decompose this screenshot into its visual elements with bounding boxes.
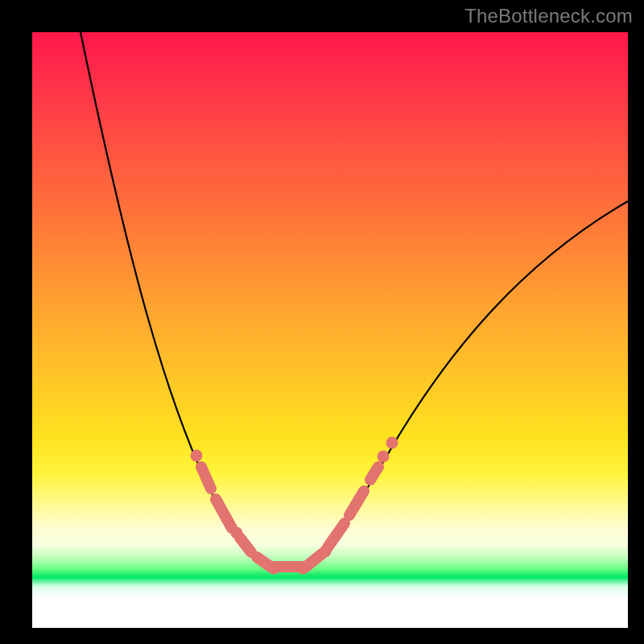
- marker-segment: [201, 467, 211, 489]
- curve-svg: [32, 32, 628, 628]
- marker-segment: [370, 467, 378, 480]
- marker-dot: [297, 563, 309, 575]
- marker-dot: [378, 451, 390, 463]
- watermark-text: TheBottleneck.com: [464, 5, 633, 27]
- plot-area: [32, 32, 628, 628]
- marker-segment: [216, 499, 232, 528]
- marker-dot: [231, 527, 243, 539]
- marker-dot: [386, 437, 398, 449]
- outer-frame: TheBottleneck.com: [0, 0, 644, 644]
- marker-dot: [191, 450, 203, 462]
- marker-group: [191, 437, 398, 575]
- marker-segment: [349, 491, 364, 515]
- curve-left-branch: [80, 32, 269, 567]
- marker-segment: [240, 538, 251, 552]
- marker-dot: [320, 546, 332, 558]
- marker-segment: [328, 523, 345, 547]
- marker-dot: [268, 563, 280, 575]
